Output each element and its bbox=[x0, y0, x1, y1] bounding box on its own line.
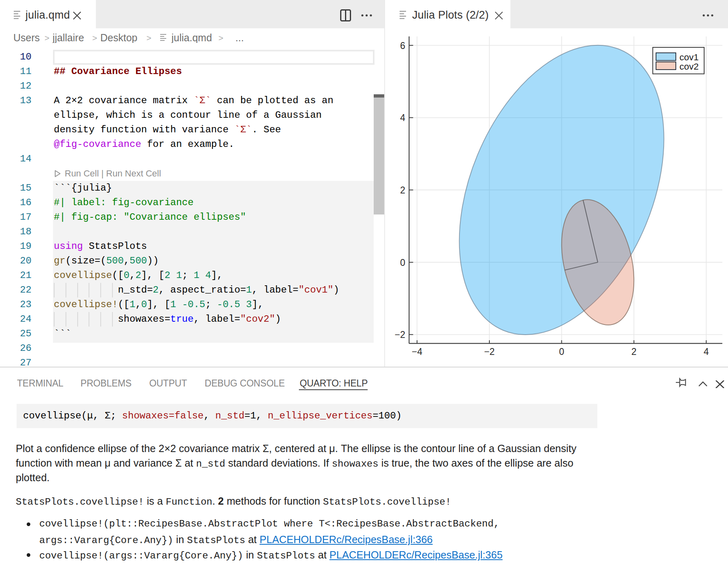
svg-text:−2: −2 bbox=[484, 346, 495, 357]
svg-text:2: 2 bbox=[400, 185, 405, 195]
svg-text:0: 0 bbox=[400, 257, 405, 268]
svg-text:−2: −2 bbox=[395, 329, 405, 340]
svg-text:cov1: cov1 bbox=[679, 52, 699, 62]
svg-text:−4: −4 bbox=[412, 346, 422, 357]
svg-text:cov2: cov2 bbox=[679, 62, 699, 72]
svg-text:4: 4 bbox=[400, 113, 405, 123]
svg-text:4: 4 bbox=[704, 346, 709, 357]
svg-text:2: 2 bbox=[631, 346, 637, 357]
svg-text:6: 6 bbox=[400, 40, 405, 51]
svg-text:0: 0 bbox=[559, 346, 564, 357]
